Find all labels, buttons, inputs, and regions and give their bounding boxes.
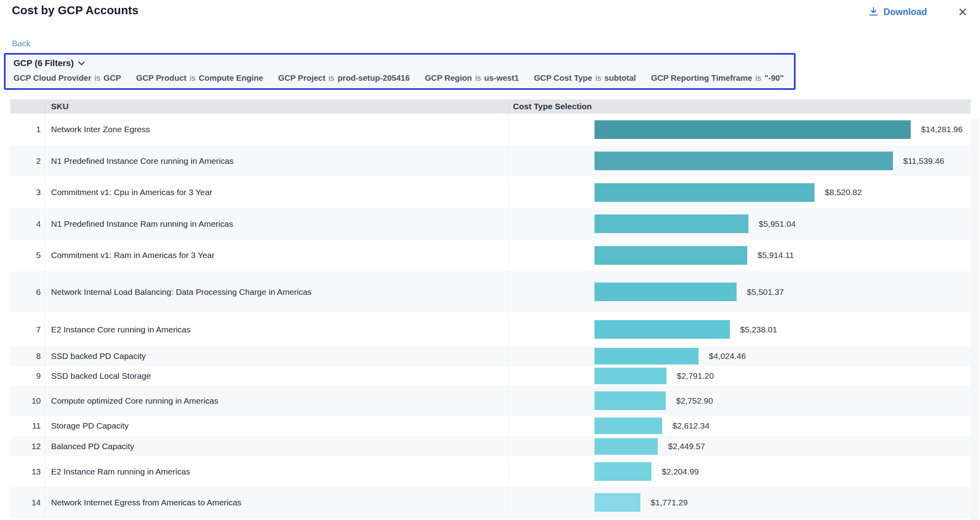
cost-value: $8,520.82 (825, 188, 862, 197)
column-header-sku: SKU (45, 102, 509, 111)
cost-bar (594, 152, 893, 170)
filter-chip[interactable]: GCP Reporting Timeframe is "-90" (651, 73, 784, 83)
filter-value: subtotal (604, 73, 636, 83)
cost-value: $2,204.99 (662, 467, 699, 476)
row-index: 2 (10, 156, 45, 166)
cost-cell: $2,204.99 (509, 456, 971, 487)
table-row[interactable]: 2 N1 Predefined Instance Core running in… (10, 145, 971, 176)
cost-cell: $4,024.46 (509, 346, 971, 366)
table-row[interactable]: 1 Network Inter Zone Egress $14,281.96 (10, 114, 971, 145)
filter-chip[interactable]: GCP Project is prod-setup-205416 (278, 73, 410, 83)
table-row[interactable]: 13 E2 Instance Ram running in Americas $… (10, 456, 971, 487)
close-icon: × (958, 4, 967, 19)
table-row[interactable]: 14 Network Internet Egress from Americas… (10, 487, 971, 518)
sku-cell: N1 Predefined Instance Ram running in Am… (45, 208, 509, 239)
filter-summary-dropdown[interactable]: GCP (6 Filters) (13, 58, 85, 68)
sku-cell: Network Inter Zone Egress (45, 114, 509, 145)
filter-chip-list: GCP Cloud Provider is GCP GCP Product is… (13, 73, 786, 83)
filter-op: is (475, 73, 481, 83)
cost-table: SKU Cost Type Selection 1 Network Inter … (10, 99, 971, 518)
cost-bar (594, 183, 815, 202)
table-row[interactable]: 6 Network Internal Load Balancing: Data … (10, 271, 971, 313)
row-index: 3 (10, 188, 45, 197)
cost-value: $1,771.29 (651, 498, 688, 507)
filter-chip[interactable]: GCP Cloud Provider is GCP (13, 73, 121, 83)
sku-cell: Storage PD Capacity (45, 416, 509, 436)
cost-value: $4,024.46 (709, 351, 746, 361)
row-index: 7 (10, 325, 45, 334)
table-row[interactable]: 4 N1 Predefined Instance Ram running in … (10, 208, 971, 239)
filter-value: Compute Engine (199, 73, 263, 83)
download-label: Download (883, 7, 927, 17)
table-header: SKU Cost Type Selection (10, 99, 971, 114)
cost-value: $2,612.34 (672, 421, 709, 431)
scrollbar[interactable] (971, 119, 979, 520)
sku-cell: Network Internet Egress from Americas to… (45, 487, 509, 518)
sku-cell: Commitment v1: Cpu in Americas for 3 Yea… (45, 176, 509, 208)
cost-cell: $8,520.82 (509, 176, 971, 208)
sku-cell: Commitment v1: Ram in Americas for 3 Yea… (45, 239, 509, 271)
table-row[interactable]: 12 Balanced PD Capacity $2,449.57 (10, 436, 971, 456)
back-link[interactable]: Back (12, 39, 30, 48)
sku-cell: SSD backed PD Capacity (45, 346, 509, 366)
header-actions: Download × (868, 5, 970, 19)
cost-cell: $2,449.57 (509, 436, 971, 456)
filter-value: GCP (104, 73, 121, 83)
filter-chip[interactable]: GCP Product is Compute Engine (136, 73, 263, 83)
cost-bar (594, 493, 640, 512)
table-row[interactable]: 9 SSD backed Local Storage $2,791.20 (10, 366, 971, 386)
sku-cell: E2 Instance Core running in Americas (45, 313, 509, 346)
sku-cell: N1 Predefined Instance Core running in A… (45, 145, 509, 176)
cost-bar (594, 462, 651, 481)
filter-chip[interactable]: GCP Region is us-west1 (425, 73, 519, 83)
table-row[interactable]: 11 Storage PD Capacity $2,612.34 (10, 416, 971, 436)
cost-bar (594, 348, 699, 364)
filter-op: is (95, 73, 101, 83)
filter-panel: GCP (6 Filters) GCP Cloud Provider is GC… (4, 53, 796, 90)
cost-cell: $2,612.34 (509, 416, 971, 436)
cost-by-gcp-accounts-modal: Cost by GCP Accounts Download × Back GCP… (0, 0, 980, 520)
filter-value: prod-setup-205416 (338, 73, 410, 83)
close-button[interactable]: × (955, 5, 970, 19)
row-index: 13 (10, 467, 45, 476)
cost-value: $14,281.96 (921, 125, 963, 134)
table-row[interactable]: 8 SSD backed PD Capacity $4,024.46 (10, 346, 971, 366)
cost-bar (594, 283, 737, 301)
cost-cell: $1,771.29 (509, 487, 971, 518)
cost-value: $11,539.46 (903, 156, 944, 166)
cost-value: $2,449.57 (668, 442, 705, 451)
table-row[interactable]: 7 E2 Instance Core running in Americas $… (10, 313, 971, 346)
filter-op: is (595, 73, 601, 83)
cost-bar (594, 246, 747, 265)
filter-field: GCP Cloud Provider (13, 73, 91, 83)
filter-field: GCP Project (278, 73, 325, 83)
download-button[interactable]: Download (868, 6, 927, 17)
table-row[interactable]: 5 Commitment v1: Ram in Americas for 3 Y… (10, 239, 971, 271)
row-index: 12 (10, 442, 45, 451)
cost-value: $5,238.01 (740, 325, 777, 334)
cost-cell: $2,752.90 (509, 386, 971, 416)
row-index: 11 (10, 421, 45, 431)
cost-bar (594, 391, 666, 410)
cost-value: $5,501.37 (747, 287, 784, 297)
row-index: 9 (10, 371, 45, 381)
row-index: 1 (10, 125, 45, 134)
table-row[interactable]: 10 Compute optimized Core running in Ame… (10, 386, 971, 416)
filter-chip[interactable]: GCP Cost Type is subtotal (534, 73, 636, 83)
filter-summary-label: GCP (6 Filters) (13, 58, 74, 68)
download-icon (868, 6, 879, 17)
sku-cell: Compute optimized Core running in Americ… (45, 386, 509, 416)
cost-bar (594, 368, 667, 384)
filter-op: is (329, 73, 334, 83)
cost-cell: $5,914.11 (509, 239, 971, 271)
cost-value: $5,914.11 (758, 251, 794, 260)
cost-cell: $5,501.37 (509, 271, 971, 313)
table-row[interactable]: 3 Commitment v1: Cpu in Americas for 3 Y… (10, 176, 971, 208)
sku-cell: Network Internal Load Balancing: Data Pr… (45, 271, 509, 313)
page-title: Cost by GCP Accounts (12, 4, 139, 17)
cost-value: $2,791.20 (677, 371, 714, 381)
filter-op: is (755, 73, 761, 83)
sku-cell: E2 Instance Ram running in Americas (45, 456, 509, 487)
filter-field: GCP Region (425, 73, 472, 83)
row-index: 8 (10, 351, 45, 361)
